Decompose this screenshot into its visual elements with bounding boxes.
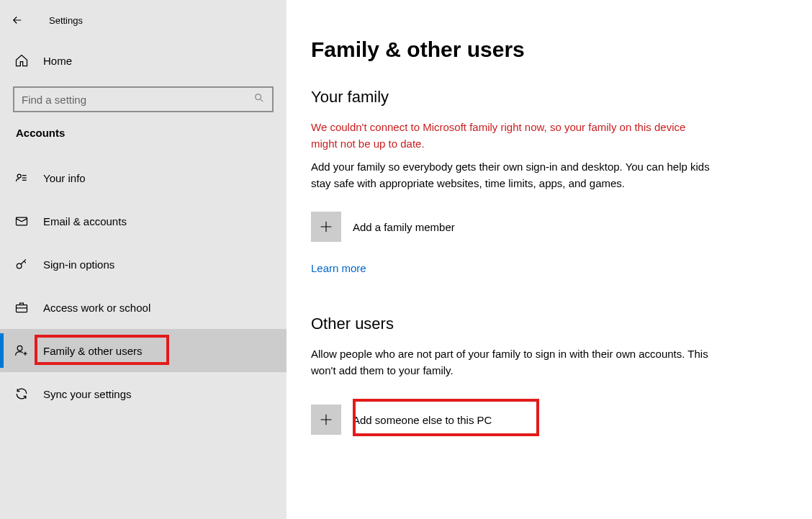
nav-item-label: Family & other users	[43, 345, 143, 357]
nav-item-signin-options[interactable]: Sign-in options	[0, 243, 287, 286]
learn-more-link[interactable]: Learn more	[311, 262, 366, 274]
user-plus-icon	[14, 343, 29, 358]
nav-item-label: Your info	[43, 172, 86, 184]
sync-icon	[14, 387, 29, 401]
sidebar: Settings Home Accounts	[0, 0, 287, 519]
page-title: Family & other users	[311, 37, 769, 62]
back-button[interactable]	[0, 9, 35, 32]
nav-home-label: Home	[43, 55, 72, 67]
plus-tile	[311, 405, 341, 435]
add-family-label: Add a family member	[353, 221, 455, 233]
other-users-heading: Other users	[311, 315, 769, 333]
section-other-users: Other users Allow people who are not par…	[311, 315, 769, 435]
add-other-user-button[interactable]: Add someone else to this PC	[311, 405, 769, 435]
user-card-icon	[14, 171, 29, 185]
main-content: Family & other users Your family We coul…	[287, 0, 812, 519]
nav-item-family-users[interactable]: Family & other users	[0, 329, 287, 372]
nav-item-sync-settings[interactable]: Sync your settings	[0, 372, 287, 415]
family-error-text: We couldn't connect to Microsoft family …	[311, 119, 714, 152]
search-wrap	[0, 86, 287, 127]
arrow-left-icon	[11, 14, 24, 27]
search-box[interactable]	[13, 86, 274, 112]
section-family: Your family We couldn't connect to Micro…	[311, 88, 769, 315]
header-row: Settings	[0, 6, 287, 45]
plus-icon	[318, 219, 334, 235]
svg-point-3	[17, 263, 22, 268]
family-body-text: Add your family so everybody gets their …	[311, 159, 714, 191]
other-users-body-text: Allow people who are not part of your fa…	[311, 346, 714, 379]
svg-point-1	[17, 174, 21, 178]
nav-item-work-school[interactable]: Access work or school	[0, 286, 287, 329]
plus-tile	[311, 212, 341, 242]
add-other-label: Add someone else to this PC	[353, 414, 492, 426]
nav-item-label: Email & accounts	[43, 215, 127, 227]
nav-item-email-accounts[interactable]: Email & accounts	[0, 199, 287, 243]
key-icon	[14, 257, 29, 271]
family-heading: Your family	[311, 88, 769, 107]
nav-item-your-info[interactable]: Your info	[0, 156, 287, 199]
mail-icon	[14, 214, 29, 228]
home-icon	[14, 53, 29, 68]
nav-item-label: Sync your settings	[43, 388, 132, 400]
app-title: Settings	[35, 15, 83, 26]
svg-point-0	[256, 94, 261, 100]
add-family-member-button[interactable]: Add a family member	[311, 212, 769, 242]
section-label: Accounts	[0, 127, 287, 156]
search-icon	[253, 92, 265, 107]
nav-list: Your info Email & accounts Sign-in optio…	[0, 156, 287, 415]
plus-icon	[318, 412, 334, 428]
svg-rect-4	[17, 305, 27, 312]
briefcase-icon	[14, 300, 29, 315]
nav-home[interactable]: Home	[0, 45, 287, 76]
nav-item-label: Sign-in options	[43, 258, 114, 271]
search-input[interactable]	[22, 94, 253, 106]
svg-point-5	[17, 346, 22, 351]
nav-item-label: Access work or school	[43, 302, 150, 314]
